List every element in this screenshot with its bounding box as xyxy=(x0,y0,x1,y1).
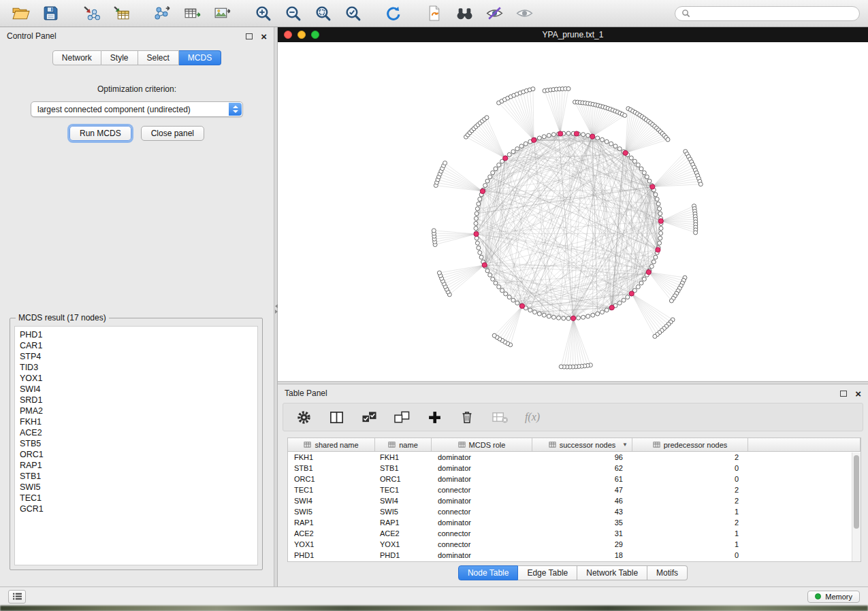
cell-successor-nodes[interactable]: 29 xyxy=(532,540,632,548)
search-network-button[interactable] xyxy=(452,3,477,24)
cell-name[interactable]: RAP1 xyxy=(375,518,432,527)
function-builder-button[interactable]: f(x) xyxy=(523,408,542,427)
mcds-result-node[interactable]: FKH1 xyxy=(20,416,257,427)
cell-shared-name[interactable]: RAP1 xyxy=(288,518,375,527)
cell-shared-name[interactable]: FKH1 xyxy=(288,453,375,461)
save-session-button[interactable] xyxy=(38,3,63,24)
select-all-button[interactable] xyxy=(359,408,379,427)
table-panel-tab[interactable]: Edge Table xyxy=(518,565,577,580)
show-all-button[interactable] xyxy=(512,3,536,24)
mcds-result-node[interactable]: TID3 xyxy=(20,362,257,373)
float-table-panel-button[interactable] xyxy=(840,391,847,397)
import-network-button[interactable] xyxy=(79,3,103,24)
mcds-result-node[interactable]: CAR1 xyxy=(20,340,257,351)
mcds-result-node[interactable]: SRD1 xyxy=(20,395,257,406)
table-row[interactable]: SWI4 SWI4 dominator 46 2 xyxy=(288,495,861,506)
cell-predecessor-nodes[interactable]: 0 xyxy=(632,551,748,559)
column-header[interactable]: MCDS role ▼ xyxy=(432,438,532,451)
delete-row-button[interactable] xyxy=(457,408,477,427)
mcds-result-node[interactable]: STP4 xyxy=(20,351,257,362)
hide-selected-button[interactable] xyxy=(482,3,507,24)
cell-name[interactable]: STB1 xyxy=(375,464,432,472)
run-mcds-button[interactable]: Run MCDS xyxy=(69,126,131,141)
column-header[interactable]: shared name ▼ xyxy=(288,438,375,451)
table-row[interactable]: YOX1 YOX1 connector 29 1 xyxy=(288,539,861,550)
cell-successor-nodes[interactable]: 61 xyxy=(532,475,632,483)
global-search-field[interactable] xyxy=(675,6,860,21)
cell-shared-name[interactable]: YOX1 xyxy=(288,540,375,548)
cell-mcds-role[interactable]: dominator xyxy=(432,464,532,472)
cell-predecessor-nodes[interactable]: 1 xyxy=(632,540,748,548)
cell-successor-nodes[interactable]: 47 xyxy=(532,486,632,494)
cell-successor-nodes[interactable]: 31 xyxy=(532,529,632,538)
cell-name[interactable]: TEC1 xyxy=(375,486,432,494)
cell-shared-name[interactable]: PHD1 xyxy=(288,551,375,559)
float-panel-button[interactable] xyxy=(246,33,253,39)
cell-name[interactable]: FKH1 xyxy=(375,453,432,461)
mcds-result-node[interactable]: STB1 xyxy=(20,471,257,482)
cell-successor-nodes[interactable]: 46 xyxy=(532,497,632,505)
cell-shared-name[interactable]: ACE2 xyxy=(288,529,375,538)
cell-successor-nodes[interactable]: 18 xyxy=(532,551,632,559)
control-panel-tab[interactable]: Network xyxy=(52,50,101,65)
cell-predecessor-nodes[interactable]: 1 xyxy=(632,508,748,516)
table-row[interactable]: SWI5 SWI5 connector 43 1 xyxy=(288,506,861,517)
mcds-result-node[interactable]: TEC1 xyxy=(20,493,257,503)
table-panel-tab[interactable]: Motifs xyxy=(647,565,688,580)
table-panel-tab[interactable]: Network Table xyxy=(577,565,647,580)
mcds-result-node[interactable]: PHD1 xyxy=(20,329,257,340)
cell-shared-name[interactable]: SWI4 xyxy=(288,497,375,505)
refresh-layout-button[interactable] xyxy=(381,3,406,24)
column-header[interactable]: successor nodes ▼ xyxy=(532,438,632,451)
cell-mcds-role[interactable]: connector xyxy=(432,486,532,494)
criterion-dropdown[interactable]: largest connected component (undirected) xyxy=(31,101,243,117)
table-row[interactable]: ORC1 ORC1 dominator 61 0 xyxy=(288,474,861,484)
zoom-in-button[interactable] xyxy=(251,3,275,24)
cell-name[interactable]: ACE2 xyxy=(375,529,432,538)
cell-mcds-role[interactable]: dominator xyxy=(432,497,532,505)
mcds-result-node[interactable]: YOX1 xyxy=(20,373,257,384)
cell-name[interactable]: SWI4 xyxy=(375,497,432,505)
open-file-button[interactable] xyxy=(8,3,33,24)
cell-shared-name[interactable]: SWI5 xyxy=(288,508,375,516)
export-network-button[interactable] xyxy=(150,3,174,24)
mcds-result-node[interactable]: PMA2 xyxy=(20,406,257,416)
zoom-selected-button[interactable] xyxy=(340,3,365,24)
memory-button[interactable]: Memory xyxy=(807,591,860,603)
cell-name[interactable]: SWI5 xyxy=(375,508,432,516)
network-canvas[interactable] xyxy=(278,42,868,381)
table-row[interactable]: RAP1 RAP1 dominator 35 2 xyxy=(288,517,861,528)
close-mcds-panel-button[interactable]: Close panel xyxy=(141,126,204,141)
show-columns-button[interactable] xyxy=(327,408,346,427)
cell-mcds-role[interactable]: dominator xyxy=(432,475,532,483)
cell-mcds-role[interactable]: dominator xyxy=(432,518,532,527)
cell-predecessor-nodes[interactable]: 2 xyxy=(632,486,748,494)
cell-mcds-role[interactable]: connector xyxy=(432,540,532,548)
table-row[interactable]: TEC1 TEC1 connector 47 2 xyxy=(288,484,861,495)
search-input[interactable] xyxy=(694,9,853,18)
mcds-result-node[interactable]: STB5 xyxy=(20,438,257,449)
mcds-result-node[interactable]: SWI4 xyxy=(20,384,257,395)
cell-successor-nodes[interactable]: 43 xyxy=(532,508,632,516)
cell-successor-nodes[interactable]: 35 xyxy=(532,518,632,527)
maximize-window-button[interactable] xyxy=(311,31,319,39)
mcds-result-node[interactable]: ORC1 xyxy=(20,449,257,460)
cell-shared-name[interactable]: STB1 xyxy=(288,464,375,472)
share-document-button[interactable] xyxy=(422,3,447,24)
export-table-button[interactable] xyxy=(180,3,204,24)
table-settings-button[interactable] xyxy=(294,408,313,427)
control-panel-tab[interactable]: Style xyxy=(101,50,138,65)
task-history-button[interactable] xyxy=(8,590,26,604)
table-row[interactable]: ACE2 ACE2 connector 31 1 xyxy=(288,528,861,539)
cell-mcds-role[interactable]: connector xyxy=(432,529,532,538)
import-table-button[interactable] xyxy=(109,3,133,24)
close-panel-button[interactable]: × xyxy=(261,31,267,42)
cell-mcds-role[interactable]: connector xyxy=(432,508,532,516)
delete-table-button[interactable] xyxy=(490,408,509,427)
cell-shared-name[interactable]: TEC1 xyxy=(288,486,375,494)
cell-successor-nodes[interactable]: 96 xyxy=(532,453,632,461)
add-row-button[interactable] xyxy=(425,408,444,427)
cell-successor-nodes[interactable]: 62 xyxy=(532,464,632,472)
cell-predecessor-nodes[interactable]: 2 xyxy=(632,497,748,505)
cell-predecessor-nodes[interactable]: 2 xyxy=(632,453,748,461)
